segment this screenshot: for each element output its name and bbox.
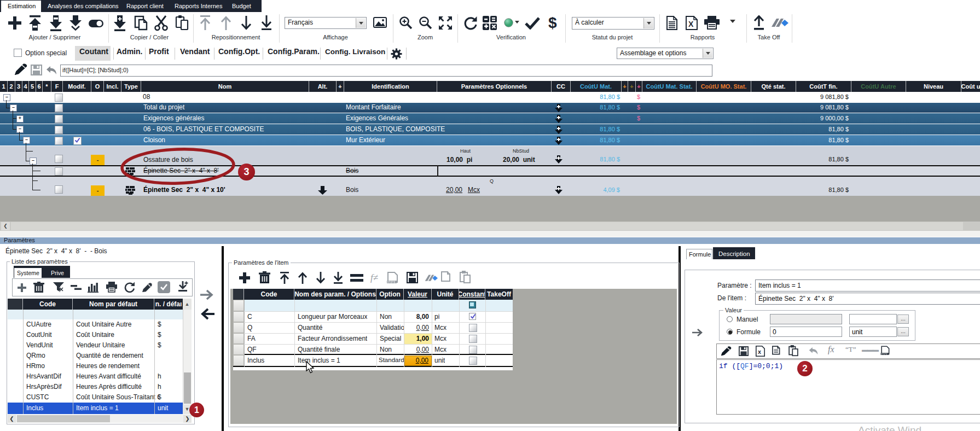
svg-text:x: x — [758, 348, 761, 355]
svg-text:X: X — [688, 20, 694, 28]
